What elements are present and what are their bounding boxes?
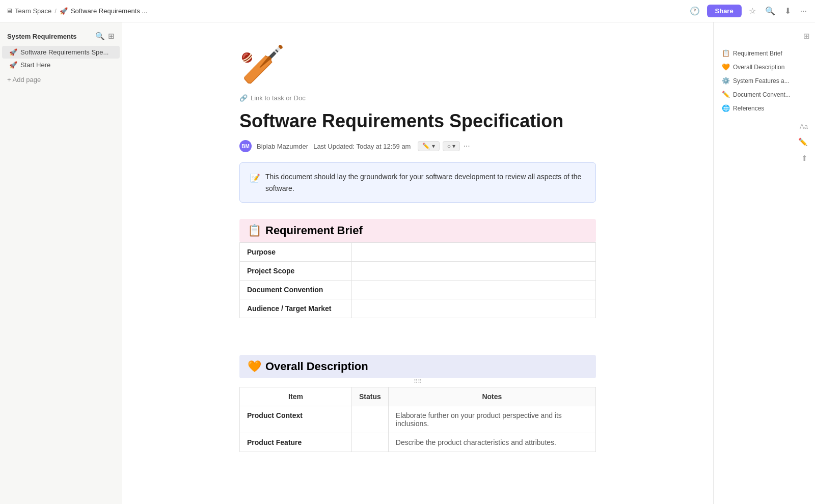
- table-row: Purpose: [240, 242, 596, 261]
- right-panel-item-4[interactable]: 🌐 References: [718, 102, 811, 115]
- table-cell-label: Purpose: [240, 242, 352, 261]
- font-size-btn[interactable]: Aa: [799, 122, 809, 131]
- requirement-brief-table: Purpose Project Scope Document Conventio…: [239, 242, 596, 318]
- panel-edit-btn-container: ✏️: [718, 136, 811, 148]
- doc-link-row[interactable]: 🔗 Link to task or Doc: [239, 94, 596, 102]
- search-icon-btn[interactable]: 🔍: [763, 4, 777, 18]
- share-button[interactable]: Share: [707, 5, 742, 17]
- table-cell-value: [352, 299, 596, 318]
- bookmark-icon-btn[interactable]: ☆: [747, 4, 758, 18]
- link-icon: 🔗: [239, 94, 248, 102]
- breadcrumb: 🖥 Team Space / 🚀 Software Requirements .…: [6, 7, 147, 15]
- breadcrumb-separator: /: [55, 7, 57, 15]
- sidebar-item-label-0: Software Requirements Spe...: [20, 48, 108, 56]
- doc-title: Software Requirements Specification: [239, 110, 596, 132]
- team-space-breadcrumb[interactable]: 🖥 Team Space: [6, 7, 51, 15]
- panel-label-0: Requirement Brief: [733, 50, 782, 57]
- section-title-0: Requirement Brief: [265, 224, 363, 237]
- section-header-requirement-brief: 📋 Requirement Brief: [239, 219, 596, 242]
- table-cell-value: [352, 242, 596, 261]
- panel-edit-btn[interactable]: ✏️: [797, 136, 809, 148]
- sidebar: System Requirements 🔍 ⊞ 🚀 Software Requi…: [0, 22, 122, 504]
- panel-icon-4: 🌐: [722, 104, 730, 112]
- right-panel-item-2[interactable]: ⚙️ System Features a...: [718, 74, 811, 87]
- team-space-label: Team Space: [15, 7, 51, 15]
- doc-title-breadcrumb: Software Requirements ...: [71, 7, 147, 15]
- right-panel-item-0[interactable]: 📋 Requirement Brief: [718, 47, 811, 60]
- section-header-overall-description: 🧡 Overall Description: [239, 355, 596, 378]
- panel-label-2: System Features a...: [733, 77, 790, 85]
- callout-text: This document should lay the groundwork …: [265, 171, 585, 194]
- sidebar-item-software-req[interactable]: 🚀 Software Requirements Spe...: [2, 46, 120, 59]
- right-panel-item-3[interactable]: ✏️ Document Convent...: [718, 88, 811, 101]
- col-header-notes: Notes: [388, 387, 595, 406]
- topbar-actions: 🕐 Share ☆ 🔍 ⬇ ···: [688, 4, 809, 18]
- panel-icon-0: 📋: [722, 49, 730, 57]
- callout-icon: 📝: [250, 172, 260, 185]
- doc-meta: BM Biplab Mazumder Last Updated: Today a…: [239, 140, 596, 152]
- drag-handle[interactable]: ⠿⠿: [239, 378, 596, 385]
- doc-meta-actions: ✏️ ▾ ○ ▾ ···: [418, 141, 470, 151]
- sidebar-header: System Requirements 🔍 ⊞: [0, 29, 122, 46]
- panel-icon-3: ✏️: [722, 91, 730, 98]
- sidebar-item-label-1: Start Here: [20, 61, 50, 69]
- team-space-icon: 🖥: [6, 7, 13, 15]
- download-icon-btn[interactable]: ⬇: [782, 4, 793, 18]
- right-panel-top: ⊞: [718, 31, 811, 42]
- table-cell-value: [352, 280, 596, 299]
- table-row: Document Convention: [240, 280, 596, 299]
- content-area: 🏏 🔗 Link to task or Doc Software Require…: [122, 22, 713, 504]
- sidebar-layout-icon[interactable]: ⊞: [108, 32, 115, 41]
- col-header-item: Item: [240, 387, 352, 406]
- more-icon-btn[interactable]: ···: [798, 5, 809, 18]
- table-header-row: Item Status Notes: [240, 387, 596, 406]
- panel-label-1: Overall Description: [733, 64, 784, 71]
- panel-icon-2: ⚙️: [722, 77, 730, 85]
- clock-icon-btn[interactable]: 🕐: [688, 4, 702, 18]
- topbar: 🖥 Team Space / 🚀 Software Requirements .…: [0, 0, 815, 22]
- panel-font-btn-container: Aa: [718, 122, 811, 131]
- col-header-status: Status: [352, 387, 389, 406]
- sidebar-icons: 🔍 ⊞: [95, 32, 115, 41]
- link-text: Link to task or Doc: [251, 94, 306, 102]
- table-cell-notes: Elaborate further on your product perspe…: [388, 406, 595, 433]
- table-cell-status: [352, 433, 389, 452]
- table-cell-label: Document Convention: [240, 280, 352, 299]
- sidebar-add-page[interactable]: + Add page: [0, 73, 122, 86]
- table-row: Project Scope: [240, 261, 596, 280]
- table-cell-label: Project Scope: [240, 261, 352, 280]
- avatar: BM: [239, 140, 252, 152]
- tag-btn-2[interactable]: ○ ▾: [443, 141, 460, 151]
- table-row: Product Feature Describe the product cha…: [240, 433, 596, 452]
- section-icon-1: 🧡: [248, 360, 261, 373]
- sidebar-search-icon[interactable]: 🔍: [95, 32, 105, 41]
- add-page-label: + Add page: [7, 76, 41, 83]
- table-cell-label: Product Feature: [240, 433, 352, 452]
- panel-upload-btn-container: ⬆: [718, 153, 811, 164]
- right-panel: ⊞ 📋 Requirement Brief 🧡 Overall Descript…: [713, 22, 815, 504]
- last-updated: Last Updated: Today at 12:59 am: [313, 143, 411, 150]
- panel-layout-btn[interactable]: ⊞: [802, 31, 811, 42]
- sidebar-item-start-here[interactable]: 🚀 Start Here: [2, 59, 120, 71]
- spacer: [239, 339, 596, 355]
- panel-label-3: Document Convent...: [733, 91, 791, 98]
- table-row: Audience / Target Market: [240, 299, 596, 318]
- panel-label-4: References: [733, 105, 764, 112]
- sidebar-title: System Requirements: [7, 33, 77, 40]
- table-cell-status: [352, 406, 389, 433]
- doc-content: 🏏 🔗 Link to task or Doc Software Require…: [219, 22, 616, 504]
- table-cell-label: Product Context: [240, 406, 352, 433]
- doc-icon-breadcrumb: 🚀: [60, 7, 68, 15]
- sidebar-item-icon-1: 🚀: [9, 61, 17, 69]
- doc-header-icon: 🏏: [239, 43, 596, 86]
- meta-more-btn[interactable]: ···: [463, 142, 470, 151]
- tag-btn-1[interactable]: ✏️ ▾: [418, 141, 439, 151]
- panel-upload-btn[interactable]: ⬆: [800, 153, 809, 164]
- right-panel-item-1[interactable]: 🧡 Overall Description: [718, 61, 811, 73]
- sidebar-item-icon-0: 🚀: [9, 48, 17, 56]
- panel-icon-1: 🧡: [722, 63, 730, 71]
- table-row: Product Context Elaborate further on you…: [240, 406, 596, 433]
- main-layout: System Requirements 🔍 ⊞ 🚀 Software Requi…: [0, 22, 815, 504]
- table-cell-notes: Describe the product characteristics and…: [388, 433, 595, 452]
- table-cell-label: Audience / Target Market: [240, 299, 352, 318]
